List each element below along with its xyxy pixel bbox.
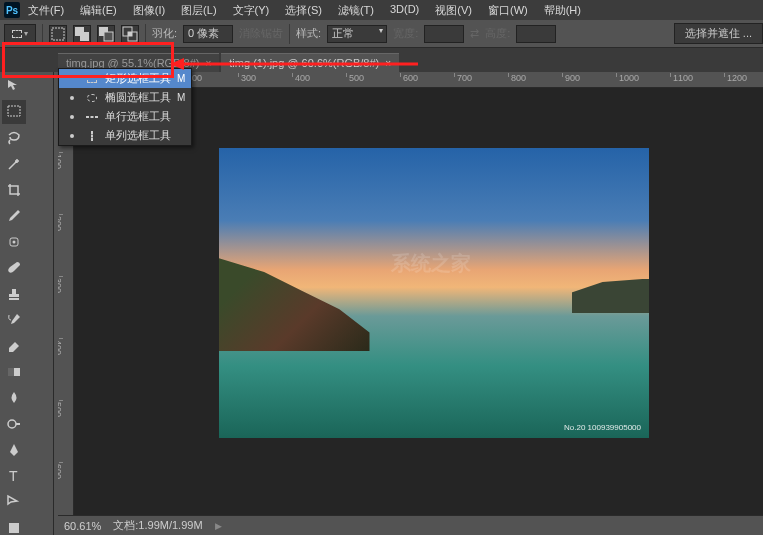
app-logo: Ps	[4, 2, 20, 18]
menu-item[interactable]: 文件(F)	[20, 3, 72, 18]
status-caret-icon[interactable]: ▶	[215, 521, 222, 531]
tab-close-icon[interactable]: ×	[205, 58, 211, 69]
gradient-tool[interactable]	[2, 360, 26, 384]
svg-rect-2	[80, 32, 89, 41]
doc-size: 文档:1.99M/1.99M	[113, 518, 202, 533]
watermark-bottom: No.20 100939905000	[564, 423, 641, 432]
eyedropper-tool[interactable]	[2, 204, 26, 228]
svg-point-13	[8, 420, 16, 428]
width-input	[424, 25, 464, 43]
width-label: 宽度:	[393, 26, 418, 41]
svg-rect-7	[128, 32, 132, 36]
svg-point-10	[13, 241, 16, 244]
ruler-vertical[interactable]: 0100200300400500600	[58, 88, 74, 515]
brush-tool[interactable]	[2, 256, 26, 280]
height-input	[516, 25, 556, 43]
menu-item[interactable]: 帮助(H)	[536, 3, 589, 18]
toolbox: T	[0, 72, 54, 535]
svg-text:T: T	[9, 468, 18, 484]
selection-add-icon[interactable]	[73, 25, 91, 43]
lasso-tool[interactable]	[2, 126, 26, 150]
style-label: 样式:	[296, 26, 321, 41]
svg-rect-12	[8, 368, 14, 376]
tool-preset[interactable]: ▾	[4, 24, 36, 44]
refine-edge-button[interactable]: 选择并遮住 ...	[674, 23, 763, 44]
dodge-tool[interactable]	[2, 412, 26, 436]
type-tool[interactable]: T	[2, 464, 26, 488]
menu-item[interactable]: 图层(L)	[173, 3, 224, 18]
flyout-item-col[interactable]: 单列选框工具	[59, 126, 191, 145]
flyout-item-ellipse[interactable]: 椭圆选框工具M	[59, 88, 191, 107]
selection-intersect-icon[interactable]	[121, 25, 139, 43]
document-image: 系统之家 No.20 100939905000	[219, 148, 649, 438]
stamp-tool[interactable]	[2, 282, 26, 306]
swap-dims-icon: ⇄	[470, 27, 479, 40]
document-tab[interactable]: timg (1).jpg @ 60.6%(RGB/8#)×	[221, 53, 399, 72]
style-select[interactable]: 正常▾	[327, 25, 387, 43]
menu-item[interactable]: 编辑(E)	[72, 3, 125, 18]
menu-item[interactable]: 选择(S)	[277, 3, 330, 18]
svg-rect-15	[9, 523, 19, 533]
wand-tool[interactable]	[2, 152, 26, 176]
svg-rect-8	[8, 106, 20, 116]
healing-tool[interactable]	[2, 230, 26, 254]
menu-item[interactable]: 3D(D)	[382, 3, 427, 18]
menu-item[interactable]: 窗口(W)	[480, 3, 536, 18]
pen-tool[interactable]	[2, 438, 26, 462]
title-bar: Ps 文件(F)编辑(E)图像(I)图层(L)文字(Y)选择(S)滤镜(T)3D…	[0, 0, 763, 20]
eraser-tool[interactable]	[2, 334, 26, 358]
menu-item[interactable]: 图像(I)	[125, 3, 173, 18]
blur-tool[interactable]	[2, 386, 26, 410]
move-tool[interactable]	[2, 74, 26, 98]
flyout-item-rect[interactable]: 矩形选框工具M	[59, 69, 191, 88]
feather-label: 羽化:	[152, 26, 177, 41]
menu-item[interactable]: 文字(Y)	[225, 3, 278, 18]
flyout-item-row[interactable]: 单行选框工具	[59, 107, 191, 126]
options-bar: ▾ 羽化: 消除锯齿 样式: 正常▾ 宽度: ⇄ 高度: 选择并遮住 ...	[0, 20, 763, 48]
history-tool[interactable]	[2, 308, 26, 332]
marquee-flyout: 矩形选框工具M椭圆选框工具M单行选框工具单列选框工具	[58, 68, 192, 146]
height-label: 高度:	[485, 26, 510, 41]
path-tool[interactable]	[2, 490, 26, 514]
canvas-area[interactable]: 系统之家 No.20 100939905000	[74, 88, 763, 515]
svg-rect-0	[52, 28, 64, 40]
menu-item[interactable]: 滤镜(T)	[330, 3, 382, 18]
menu-item[interactable]: 视图(V)	[427, 3, 480, 18]
feather-input[interactable]	[183, 25, 233, 43]
selection-new-icon[interactable]	[49, 25, 67, 43]
shape-tool[interactable]	[2, 516, 26, 535]
selection-subtract-icon[interactable]	[97, 25, 115, 43]
marquee-tool[interactable]	[2, 100, 26, 124]
status-bar: 60.61% 文档:1.99M/1.99M ▶	[58, 515, 763, 535]
zoom-level[interactable]: 60.61%	[64, 520, 101, 532]
crop-tool[interactable]	[2, 178, 26, 202]
watermark-center: 系统之家	[391, 250, 471, 277]
tab-close-icon[interactable]: ×	[385, 58, 391, 69]
svg-rect-4	[104, 32, 113, 41]
antialias-label: 消除锯齿	[239, 26, 283, 41]
